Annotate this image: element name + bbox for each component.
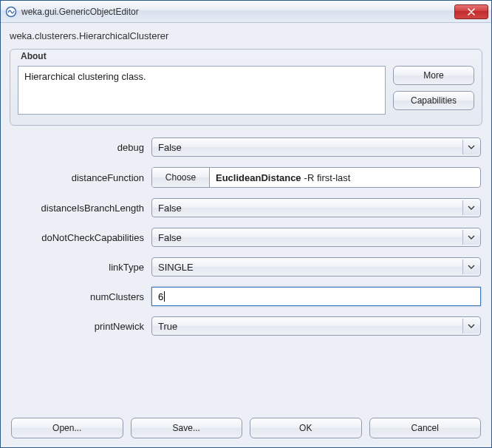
prop-row-distancefunction: distanceFunction Choose EuclideanDistanc… <box>11 167 481 188</box>
numclusters-value: 6 <box>158 291 163 302</box>
dialog-window: weka.gui.GenericObjectEditor weka.cluste… <box>0 0 492 448</box>
printnewick-value: True <box>158 321 177 332</box>
branchlength-combobox[interactable]: False <box>151 198 481 217</box>
open-button[interactable]: Open... <box>11 418 123 438</box>
prop-row-branchlength: distanceIsBranchLength False <box>11 198 481 217</box>
close-button[interactable] <box>454 4 488 19</box>
prop-label-distancefunction: distanceFunction <box>11 172 151 183</box>
client-area: weka.clusterers.HierarchicalClusterer Ab… <box>1 23 491 447</box>
save-button[interactable]: Save... <box>131 418 243 438</box>
class-path-label: weka.clusterers.HierarchicalClusterer <box>7 23 485 46</box>
about-legend: About <box>21 51 47 61</box>
ok-button[interactable]: OK <box>250 418 362 438</box>
prop-label-debug: debug <box>11 142 151 153</box>
about-description: Hierarchical clustering class. <box>18 66 386 115</box>
donotcheck-value: False <box>158 232 182 243</box>
numclusters-input[interactable]: 6 <box>151 287 481 306</box>
debug-combobox[interactable]: False <box>151 138 481 157</box>
prop-label-linktype: linkType <box>11 262 151 273</box>
chevron-down-icon <box>462 259 479 274</box>
linktype-value: SINGLE <box>158 262 194 273</box>
distancefunction-value[interactable]: EuclideanDistance -R first-last <box>210 168 480 187</box>
cancel-button[interactable]: Cancel <box>369 418 482 438</box>
chevron-down-icon <box>462 140 479 155</box>
app-icon <box>5 6 17 18</box>
text-caret <box>164 291 165 302</box>
titlebar: weka.gui.GenericObjectEditor <box>1 1 491 23</box>
debug-value: False <box>158 142 182 153</box>
prop-row-debug: debug False <box>11 138 481 157</box>
prop-row-donotcheck: doNotCheckCapabilities False <box>11 228 481 247</box>
distancefunction-chooser[interactable]: Choose EuclideanDistance -R first-last <box>151 167 481 188</box>
properties-panel: debug False distanceFunction Choose Eucl… <box>7 133 485 412</box>
prop-label-numclusters: numClusters <box>11 291 151 302</box>
chevron-down-icon <box>462 200 479 215</box>
chevron-down-icon <box>462 230 479 245</box>
more-button[interactable]: More <box>393 66 474 85</box>
prop-row-linktype: linkType SINGLE <box>11 257 481 276</box>
about-panel: About Hierarchical clustering class. Mor… <box>10 49 482 126</box>
dialog-buttons: Open... Save... OK Cancel <box>7 412 485 441</box>
prop-label-donotcheck: doNotCheckCapabilities <box>11 232 151 243</box>
donotcheck-combobox[interactable]: False <box>151 228 481 247</box>
linktype-combobox[interactable]: SINGLE <box>151 257 481 276</box>
printnewick-combobox[interactable]: True <box>151 316 481 336</box>
chevron-down-icon <box>462 319 479 333</box>
capabilities-button[interactable]: Capabilities <box>393 91 474 110</box>
window-title: weka.gui.GenericObjectEditor <box>21 7 454 17</box>
branchlength-value: False <box>158 203 182 214</box>
prop-label-branchlength: distanceIsBranchLength <box>11 203 151 214</box>
prop-row-printnewick: printNewick True <box>11 316 481 336</box>
prop-label-printnewick: printNewick <box>11 321 151 332</box>
prop-row-numclusters: numClusters 6 <box>11 287 481 306</box>
choose-button[interactable]: Choose <box>152 168 210 187</box>
